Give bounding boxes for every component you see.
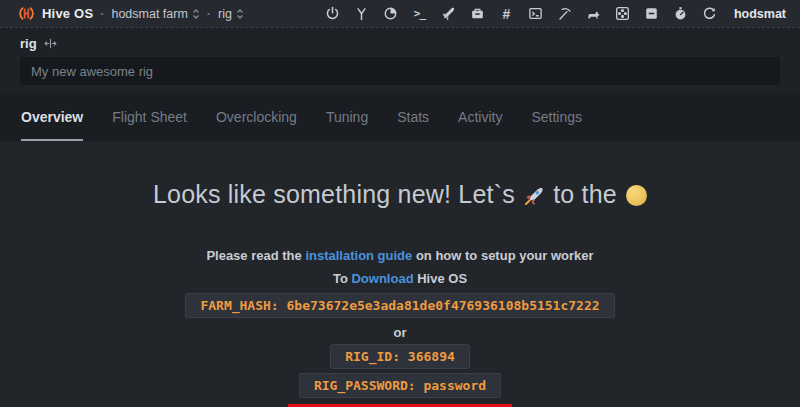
archive-box-icon[interactable] <box>469 5 486 22</box>
rig-id-row: RIG_ID: 366894 <box>0 344 800 369</box>
rig-password-value: RIG_PASSWORD: password <box>299 373 501 398</box>
farm-name: hodsmat farm <box>111 7 187 21</box>
rename-arrows-icon[interactable] <box>44 38 57 49</box>
hiveos-logo-icon[interactable] <box>18 5 35 22</box>
or-text: or <box>0 325 800 340</box>
breadcrumb-separator: · <box>207 7 211 21</box>
tab-activity[interactable]: Activity <box>458 93 502 141</box>
refresh-icon[interactable] <box>701 5 718 22</box>
rocket-emoji <box>523 183 545 213</box>
rigconf-row: Download rig.conf for this worker <box>0 402 800 407</box>
hash-icon[interactable]: # <box>498 5 515 22</box>
tab-flight-sheet[interactable]: Flight Sheet <box>112 93 187 141</box>
pie-chart-icon[interactable] <box>382 5 399 22</box>
rocket-icon[interactable] <box>440 5 457 22</box>
updown-caret-icon <box>236 8 244 20</box>
download-link[interactable]: Download <box>351 271 413 286</box>
headline-text-before: Looks like something new! Let`s <box>153 180 515 208</box>
fan-icon[interactable] <box>614 5 631 22</box>
breadcrumb-separator: · <box>100 7 104 21</box>
guide-line-suffix: on how to setup your worker <box>416 248 594 263</box>
breadcrumb-worker-selector[interactable]: rig <box>218 7 244 21</box>
rig-id-label: RIG_ID: <box>345 349 400 364</box>
shell-prompt-icon[interactable]: >_ <box>411 5 428 22</box>
tab-overview[interactable]: Overview <box>21 93 83 141</box>
topbar: Hive OS · hodsmat farm · rig <box>0 0 800 27</box>
rig-id-code: 366894 <box>408 349 455 364</box>
farm-hash-label: FARM_HASH: <box>200 298 278 313</box>
rig-password-code: password <box>423 378 486 393</box>
toolbar: >_ # <box>324 5 786 22</box>
brand-title[interactable]: Hive OS <box>42 6 93 21</box>
moon-emoji <box>626 185 647 206</box>
worker-title: rig <box>20 36 780 51</box>
headline-text-after: to the <box>553 180 617 208</box>
worker-name: rig <box>218 7 232 21</box>
updown-caret-icon <box>192 8 200 20</box>
worker-description-input[interactable] <box>20 57 780 85</box>
guide-line: Please read the installation guide on ho… <box>0 247 800 265</box>
breadcrumb-farm-selector[interactable]: hodsmat farm <box>111 7 199 21</box>
worker-header: rig <box>0 27 800 93</box>
farm-hash-code: 6be73672e5e3ada81de0f476936108b5151c7222 <box>287 298 600 313</box>
farm-hash-row: FARM_HASH: 6be73672e5e3ada81de0f47693610… <box>0 293 800 318</box>
tab-settings[interactable]: Settings <box>531 93 582 141</box>
page-title: Looks like something new! Let`s to the <box>0 179 800 213</box>
overview-panel: Looks like something new! Let`s to the P… <box>0 141 800 407</box>
worker-title-text: rig <box>20 36 37 51</box>
pickaxe-icon[interactable] <box>556 5 573 22</box>
tab-stats[interactable]: Stats <box>397 93 429 141</box>
tabbar: Overview Flight Sheet Overclocking Tunin… <box>0 93 800 141</box>
rig-password-row: RIG_PASSWORD: password <box>0 373 800 398</box>
download-line-prefix: To <box>333 271 348 286</box>
tab-overclocking[interactable]: Overclocking <box>216 93 297 141</box>
installation-guide-link[interactable]: installation guide <box>305 248 412 263</box>
rig-password-label: RIG_PASSWORD: <box>314 378 416 393</box>
breadcrumb: Hive OS · hodsmat farm · rig <box>18 5 244 22</box>
branch-icon[interactable] <box>353 5 370 22</box>
terminal-window-icon[interactable] <box>527 5 544 22</box>
username[interactable]: hodsmat <box>734 7 786 21</box>
power-icon[interactable] <box>324 5 341 22</box>
watchdog-icon[interactable] <box>585 5 602 22</box>
farm-hash-value: FARM_HASH: 6be73672e5e3ada81de0f47693610… <box>185 293 614 318</box>
download-line: To Download Hive OS <box>0 270 800 288</box>
rig-id-value: RIG_ID: 366894 <box>330 344 470 369</box>
guide-line-prefix: Please read the <box>206 248 301 263</box>
stopwatch-icon[interactable] <box>672 5 689 22</box>
download-line-suffix: Hive OS <box>417 271 467 286</box>
hiveos-worker-page: Hive OS · hodsmat farm · rig <box>0 0 800 407</box>
tab-tuning[interactable]: Tuning <box>326 93 368 141</box>
minus-square-icon[interactable] <box>643 5 660 22</box>
